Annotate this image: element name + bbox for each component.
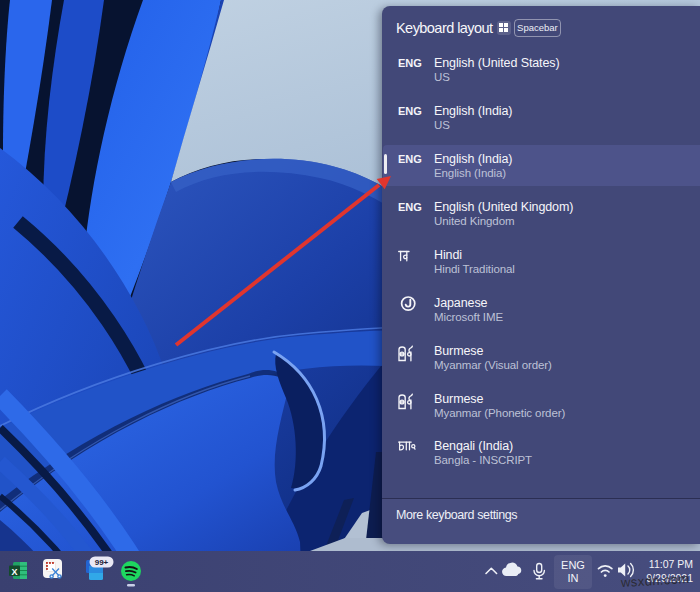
svg-text:99+: 99+ <box>95 558 109 567</box>
svg-text:X: X <box>11 567 17 577</box>
